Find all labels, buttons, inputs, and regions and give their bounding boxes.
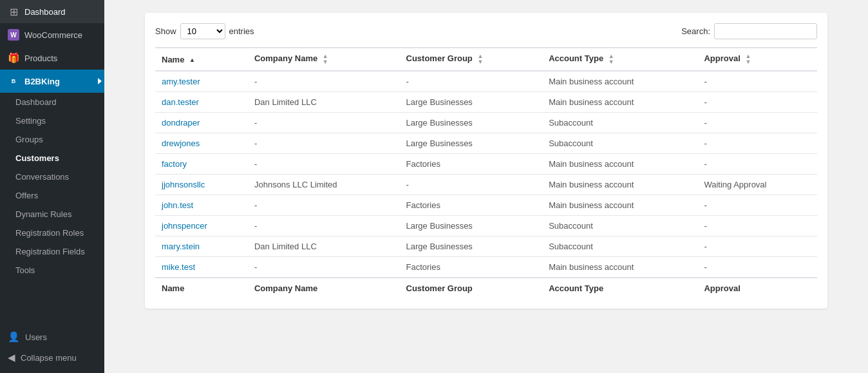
cell-approval: - bbox=[697, 92, 817, 113]
b2bking-icon: B bbox=[8, 75, 19, 87]
cell-name: john.test bbox=[155, 195, 248, 216]
sidebar-item-woocommerce[interactable]: W WooCommerce bbox=[0, 23, 104, 46]
table-row: factory-FactoriesMain business account- bbox=[155, 154, 817, 175]
cell-account-type: Subaccount bbox=[542, 133, 697, 154]
cell-group: - bbox=[400, 175, 543, 195]
sidebar-item-registration-roles[interactable]: Registration Roles bbox=[0, 224, 104, 242]
cell-name: factory bbox=[155, 154, 248, 175]
footer-col-approval: Approval bbox=[697, 278, 817, 298]
entries-label: entries bbox=[229, 26, 254, 36]
cell-approval: - bbox=[697, 154, 817, 175]
cell-group: Large Businesses bbox=[400, 92, 543, 113]
cell-approval: - bbox=[697, 71, 817, 92]
account-sort-icon: ▲▼ bbox=[609, 53, 614, 65]
customer-link[interactable]: factory bbox=[162, 159, 187, 169]
sidebar-footer: 👤 Users ◀ Collapse menu bbox=[0, 321, 104, 373]
sidebar-item-products[interactable]: 🎁 Products bbox=[0, 46, 104, 70]
b2bking-arrow-icon bbox=[98, 78, 102, 84]
cell-account-type: Main business account bbox=[542, 154, 697, 175]
sidebar-item-dashboard-top[interactable]: ⊞ Dashboard bbox=[0, 0, 104, 23]
cell-approval: - bbox=[697, 195, 817, 216]
sidebar-woo-label: WooCommerce bbox=[24, 30, 82, 40]
footer-col-account: Account Type bbox=[542, 278, 697, 298]
customer-link[interactable]: dondraper bbox=[162, 118, 200, 128]
sidebar-item-b2b-dashboard[interactable]: Dashboard bbox=[0, 93, 104, 111]
table-row: drewjones-Large BusinessesSubaccount- bbox=[155, 133, 817, 154]
cell-company: - bbox=[248, 154, 400, 175]
table-row: john.test-FactoriesMain business account… bbox=[155, 195, 817, 216]
users-label: Users bbox=[25, 332, 47, 342]
sidebar-item-tools[interactable]: Tools bbox=[0, 261, 104, 280]
sidebar-item-customers[interactable]: Customers bbox=[0, 149, 104, 167]
table-controls: Show 10 25 50 100 entries Search: bbox=[155, 23, 817, 39]
sidebar-item-users[interactable]: 👤 Users bbox=[8, 327, 97, 347]
cell-account-type: Main business account bbox=[542, 71, 697, 92]
name-sort-icon: ▲ bbox=[189, 57, 195, 63]
sidebar-item-offers[interactable]: Offers bbox=[0, 186, 104, 205]
collapse-label: Collapse menu bbox=[21, 353, 77, 363]
sidebar-collapse-menu[interactable]: ◀ Collapse menu bbox=[8, 347, 97, 368]
users-icon: 👤 bbox=[8, 331, 20, 343]
table-row: mike.test-FactoriesMain business account… bbox=[155, 257, 817, 278]
b2bking-submenu: Dashboard Settings Groups Customers Conv… bbox=[0, 93, 104, 280]
customer-link[interactable]: mike.test bbox=[162, 262, 195, 272]
cell-name: mike.test bbox=[155, 257, 248, 278]
customer-link[interactable]: drewjones bbox=[162, 139, 200, 148]
sidebar-item-registration-fields[interactable]: Registration Fields bbox=[0, 242, 104, 261]
cell-name: johnspencer bbox=[155, 216, 248, 236]
cell-group: Large Businesses bbox=[400, 113, 543, 133]
approval-sort-icon: ▲▼ bbox=[745, 53, 751, 65]
cell-company: - bbox=[248, 133, 400, 154]
cell-name: mary.stein bbox=[155, 236, 248, 257]
table-row: amy.tester--Main business account- bbox=[155, 71, 817, 92]
table-row: dondraper-Large BusinessesSubaccount- bbox=[155, 113, 817, 133]
customer-link[interactable]: john.test bbox=[162, 200, 193, 210]
cell-company: Johnsons LLC Limited bbox=[248, 175, 400, 195]
cell-company: - bbox=[248, 195, 400, 216]
sidebar-item-settings[interactable]: Settings bbox=[0, 111, 104, 130]
cell-account-type: Subaccount bbox=[542, 236, 697, 257]
cell-account-type: Main business account bbox=[542, 195, 697, 216]
cell-name: drewjones bbox=[155, 133, 248, 154]
main-content: Show 10 25 50 100 entries Search: Name bbox=[104, 0, 868, 373]
customer-link[interactable]: amy.tester bbox=[162, 77, 200, 86]
col-name[interactable]: Name ▲ bbox=[155, 48, 248, 71]
cell-group: Factories bbox=[400, 154, 543, 175]
col-approval[interactable]: Approval ▲▼ bbox=[697, 48, 817, 71]
cell-approval: - bbox=[697, 257, 817, 278]
cell-group: - bbox=[400, 71, 543, 92]
cell-group: Factories bbox=[400, 257, 543, 278]
search-input[interactable] bbox=[714, 23, 817, 39]
show-entries-control: Show 10 25 50 100 entries bbox=[155, 23, 254, 39]
search-label: Search: bbox=[681, 26, 710, 36]
customer-link[interactable]: mary.stein bbox=[162, 242, 200, 251]
sidebar-item-conversations[interactable]: Conversations bbox=[0, 167, 104, 186]
entries-select[interactable]: 10 25 50 100 bbox=[180, 23, 225, 39]
cell-company: - bbox=[248, 113, 400, 133]
cell-name: dondraper bbox=[155, 113, 248, 133]
sidebar-dashboard-label: Dashboard bbox=[24, 7, 66, 17]
sidebar-item-b2bking[interactable]: B B2BKing bbox=[0, 70, 104, 93]
cell-account-type: Main business account bbox=[542, 175, 697, 195]
customers-card: Show 10 25 50 100 entries Search: Name bbox=[145, 13, 827, 309]
cell-approval: Waiting Approval bbox=[697, 175, 817, 195]
woo-icon: W bbox=[8, 29, 19, 41]
footer-col-company: Company Name bbox=[248, 278, 400, 298]
show-label: Show bbox=[155, 26, 176, 36]
table-row: dan.testerDan Limited LLCLarge Businesse… bbox=[155, 92, 817, 113]
sidebar-item-dynamic-rules[interactable]: Dynamic Rules bbox=[0, 205, 104, 224]
cell-group: Large Businesses bbox=[400, 133, 543, 154]
cell-account-type: Main business account bbox=[542, 257, 697, 278]
cell-company: - bbox=[248, 71, 400, 92]
col-account-type[interactable]: Account Type ▲▼ bbox=[542, 48, 697, 71]
cell-account-type: Subaccount bbox=[542, 113, 697, 133]
col-company-name[interactable]: Company Name ▲▼ bbox=[248, 48, 400, 71]
customer-link[interactable]: dan.tester bbox=[162, 97, 199, 107]
sidebar-item-groups[interactable]: Groups bbox=[0, 130, 104, 149]
dashboard-icon: ⊞ bbox=[8, 6, 19, 17]
sidebar-products-label: Products bbox=[24, 53, 57, 63]
cell-name: dan.tester bbox=[155, 92, 248, 113]
col-customer-group[interactable]: Customer Group ▲▼ bbox=[400, 48, 543, 71]
customer-link[interactable]: johnspencer bbox=[162, 221, 207, 231]
customer-link[interactable]: jjohnsonsllc bbox=[162, 180, 205, 189]
